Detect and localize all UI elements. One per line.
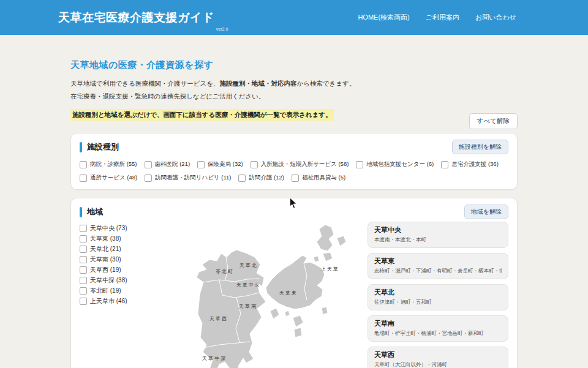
region-checkbox[interactable]: 苓北町 (19) bbox=[80, 287, 183, 295]
amakusa-map: 苓北町 天草北 天草中央 天草東 上天草 天草南 天草西 天草牛深 bbox=[183, 222, 360, 368]
site-title-link[interactable]: 天草在宅医療介護支援ガイド bbox=[58, 10, 214, 26]
region-checkbox[interactable]: 天草西 (19) bbox=[80, 266, 183, 274]
checkbox-box-icon bbox=[80, 277, 87, 284]
clear-region-button[interactable]: 地域を解除 bbox=[464, 205, 508, 219]
region-checkbox[interactable]: 天草牛深 (38) bbox=[80, 276, 183, 284]
checkbox-box-icon bbox=[251, 161, 258, 168]
version-label: ver2.0 bbox=[216, 27, 228, 35]
nav-link[interactable]: お問い合わせ bbox=[475, 13, 516, 22]
map-region-shape bbox=[337, 236, 346, 246]
page: { "header": { "site_title": "天草在宅医療介護支援ガ… bbox=[0, 0, 588, 368]
lead-row: 施設種別と地域を選ぶだけで、画面下に該当する医療・介護機関が一覧で表示されます。… bbox=[70, 108, 518, 129]
facility-checkbox-label: 保険薬局 (32) bbox=[208, 160, 243, 168]
checkbox-box-icon bbox=[80, 235, 87, 242]
region-checkbox-label: 天草西 (19) bbox=[90, 266, 121, 274]
facility-checkbox[interactable]: 訪問介護 (12) bbox=[238, 174, 284, 182]
facility-checkbox-label: 地域包括支援センター (6) bbox=[366, 160, 434, 168]
region-towns: 志柿町・瀬戸町・下浦町・有明町・倉岳町・栖本町・御所浦町 bbox=[374, 268, 502, 275]
checkbox-box-icon bbox=[441, 161, 448, 168]
main-content: 天草地域の医療・介護資源を探す 天草地域で利用できる医療機関・介護サービスを、施… bbox=[70, 59, 518, 368]
region-section: 地域 地域を解除 天草中央 (73) 天草東 (38) bbox=[70, 198, 518, 368]
checkbox-box-icon bbox=[356, 161, 363, 168]
region-towns: 本渡南・本渡北・本町 bbox=[374, 236, 502, 244]
header-bar: 天草在宅医療介護支援ガイド ver2.0 HOME(検索画面) ご利用案内 お問… bbox=[0, 0, 588, 35]
region-checkbox-label: 天草東 (38) bbox=[90, 235, 121, 243]
checkbox-box-icon bbox=[80, 175, 87, 182]
facility-checkbox[interactable]: 入所施設・短期入所サービス (58) bbox=[251, 160, 349, 168]
checkbox-box-icon bbox=[80, 287, 87, 295]
region-checkbox[interactable]: 天草中央 (73) bbox=[80, 224, 183, 232]
nav-link[interactable]: ご利用案内 bbox=[426, 13, 459, 22]
facility-checkbox-label: 病院・診療所 (55) bbox=[90, 160, 137, 168]
region-name: 天草中央 bbox=[374, 225, 502, 235]
map-region-label: 上天草 bbox=[320, 266, 339, 272]
region-section-title: 地域 bbox=[87, 206, 103, 217]
clear-facility-button[interactable]: 施設種別を解除 bbox=[452, 140, 508, 154]
facility-checkbox[interactable]: 通所サービス (48) bbox=[80, 174, 137, 182]
accent-bar bbox=[80, 207, 82, 217]
map-region-label: 天草中央 bbox=[236, 282, 261, 288]
intro-text: 天草地域で利用できる医療機関・介護サービスを、施設種別・地域・対応内容から検索で… bbox=[70, 77, 518, 103]
map-islet-shape bbox=[293, 315, 303, 327]
facility-checkbox[interactable]: 居宅介護支援 (36) bbox=[441, 160, 499, 168]
map-region-shape bbox=[323, 252, 333, 261]
checkbox-box-icon bbox=[80, 256, 87, 263]
facility-checkbox[interactable]: 地域包括支援センター (6) bbox=[356, 160, 434, 168]
map-region-label: 天草南 bbox=[239, 304, 257, 309]
facility-checkbox[interactable]: 福祉用具貸与 (5) bbox=[292, 174, 345, 182]
region-checkbox-label: 天草牛深 (38) bbox=[90, 276, 127, 285]
intro-line2: 在宅療養・退院支援・緊急時の連携先探しなどにご活用ください。 bbox=[70, 92, 265, 100]
region-checkbox-label: 苓北町 (19) bbox=[90, 287, 121, 295]
map-region-label: 天草牛深 bbox=[202, 356, 227, 361]
facility-checkbox-label: 歯科医院 (21) bbox=[155, 160, 190, 168]
map-region-label: 苓北町 bbox=[216, 269, 234, 274]
region-checkbox[interactable]: 天草北 (21) bbox=[80, 245, 183, 253]
region-name: 天草北 bbox=[374, 288, 502, 297]
amakusa-map-svg: 苓北町 天草北 天草中央 天草東 上天草 天草南 天草西 天草牛深 bbox=[183, 222, 360, 368]
checkbox-box-icon bbox=[80, 298, 87, 305]
region-info-card: 天草西 天草町（大江向以外）・河浦町 bbox=[368, 347, 508, 368]
facility-checkbox-label: 訪問看護・訪問リハビリ (11) bbox=[155, 174, 231, 182]
region-name: 天草南 bbox=[374, 319, 502, 328]
facility-checkbox[interactable]: 病院・診療所 (55) bbox=[80, 160, 137, 168]
map-islet-shape bbox=[322, 307, 328, 315]
checkbox-box-icon bbox=[80, 266, 87, 274]
map-islet-shape bbox=[270, 308, 279, 319]
facility-checkbox-list: 病院・診療所 (55) 歯科医院 (21) 保険薬局 (32) 入所施設・短期入… bbox=[80, 160, 508, 182]
facility-section-header: 施設種別 施設種別を解除 bbox=[80, 140, 508, 154]
facility-checkbox[interactable]: 保険薬局 (32) bbox=[197, 160, 243, 168]
region-checkbox[interactable]: 上天草市 (46) bbox=[80, 297, 183, 305]
checkbox-box-icon bbox=[80, 161, 87, 168]
checkbox-box-icon bbox=[145, 175, 152, 182]
checkbox-box-icon bbox=[197, 161, 205, 168]
clear-all-button[interactable]: すべて解除 bbox=[469, 113, 518, 129]
intro-line1-bold: 施設種別・地域・対応内容 bbox=[219, 80, 296, 87]
checkbox-box-icon bbox=[145, 161, 152, 168]
region-section-header: 地域 地域を解除 bbox=[80, 205, 508, 219]
facility-checkbox[interactable]: 訪問看護・訪問リハビリ (11) bbox=[145, 174, 231, 182]
region-checkbox[interactable]: 天草南 (30) bbox=[80, 255, 183, 263]
facility-section-title: 施設種別 bbox=[87, 141, 119, 152]
intro-line1-post: から検索できます。 bbox=[296, 80, 355, 87]
checkbox-box-icon bbox=[292, 175, 299, 182]
intro-line1-pre: 天草地域で利用できる医療機関・介護サービスを、 bbox=[70, 80, 219, 87]
region-checkbox[interactable]: 天草東 (38) bbox=[80, 235, 183, 242]
map-region-label: 天草西 bbox=[209, 316, 228, 321]
facility-checkbox-label: 訪問介護 (12) bbox=[249, 174, 284, 182]
facility-type-section: 施設種別 施設種別を解除 病院・診療所 (55) 歯科医院 (21) 保険薬局 … bbox=[70, 133, 518, 190]
highlighted-note: 施設種別と地域を選ぶだけで、画面下に該当する医療・介護機関が一覧で表示されます。 bbox=[70, 109, 334, 121]
map-region-shape bbox=[314, 256, 319, 262]
checkbox-box-icon bbox=[80, 246, 87, 253]
facility-checkbox[interactable]: 歯科医院 (21) bbox=[145, 160, 190, 168]
region-towns: 佐伊津町・旭町・五和町 bbox=[374, 299, 502, 306]
region-checkbox-label: 上天草市 (46) bbox=[90, 297, 127, 306]
region-detail-list: 天草中央 本渡南・本渡北・本町 天草東 志柿町・瀬戸町・下浦町・有明町・倉岳町・… bbox=[368, 222, 508, 368]
region-info-card: 天草南 亀場町・枦宇土町・楠浦町・宮地岳町・新和町 bbox=[368, 315, 508, 342]
region-content: 天草中央 (73) 天草東 (38) 天草北 (21) 天草南 bbox=[80, 222, 508, 368]
facility-checkbox-label: 入所施設・短期入所サービス (58) bbox=[261, 160, 349, 168]
header-nav: HOME(検索画面) ご利用案内 お問い合わせ bbox=[358, 13, 516, 22]
map-region-shape bbox=[317, 225, 334, 251]
nav-link[interactable]: HOME(検索画面) bbox=[358, 13, 409, 22]
map-region-label: 天草東 bbox=[279, 290, 298, 296]
facility-checkbox-label: 通所サービス (48) bbox=[90, 174, 137, 182]
